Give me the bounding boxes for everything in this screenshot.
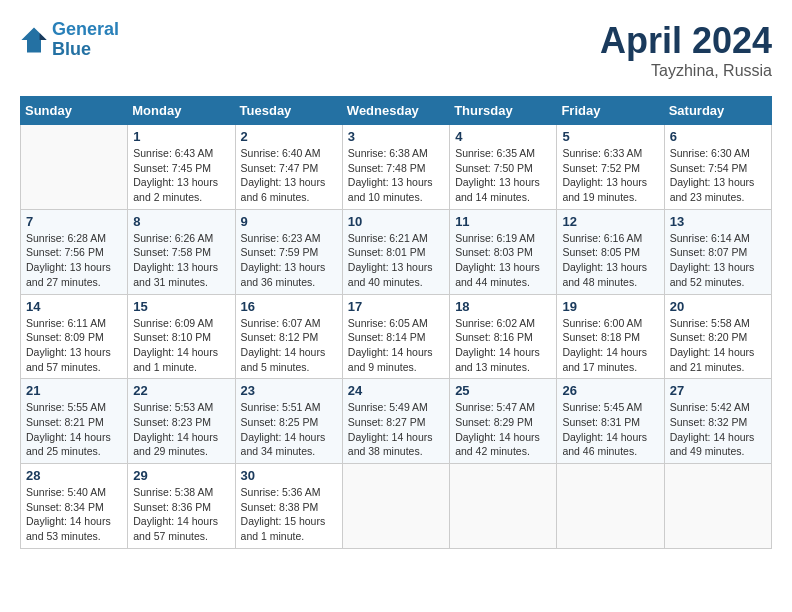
day-cell: 5Sunrise: 6:33 AM Sunset: 7:52 PM Daylig… — [557, 125, 664, 210]
day-info: Sunrise: 5:36 AM Sunset: 8:38 PM Dayligh… — [241, 485, 337, 544]
day-info: Sunrise: 6:16 AM Sunset: 8:05 PM Dayligh… — [562, 231, 658, 290]
day-number: 21 — [26, 383, 122, 398]
week-row-5: 28Sunrise: 5:40 AM Sunset: 8:34 PM Dayli… — [21, 464, 772, 549]
day-cell: 10Sunrise: 6:21 AM Sunset: 8:01 PM Dayli… — [342, 209, 449, 294]
day-number: 7 — [26, 214, 122, 229]
day-info: Sunrise: 6:21 AM Sunset: 8:01 PM Dayligh… — [348, 231, 444, 290]
day-cell: 16Sunrise: 6:07 AM Sunset: 8:12 PM Dayli… — [235, 294, 342, 379]
week-row-3: 14Sunrise: 6:11 AM Sunset: 8:09 PM Dayli… — [21, 294, 772, 379]
calendar-body: 1Sunrise: 6:43 AM Sunset: 7:45 PM Daylig… — [21, 125, 772, 549]
day-info: Sunrise: 6:07 AM Sunset: 8:12 PM Dayligh… — [241, 316, 337, 375]
page-header: General Blue April 2024 Tayzhina, Russia — [20, 20, 772, 80]
day-number: 25 — [455, 383, 551, 398]
logo-text: General Blue — [52, 20, 119, 60]
day-number: 18 — [455, 299, 551, 314]
day-number: 2 — [241, 129, 337, 144]
day-info: Sunrise: 6:26 AM Sunset: 7:58 PM Dayligh… — [133, 231, 229, 290]
day-info: Sunrise: 5:38 AM Sunset: 8:36 PM Dayligh… — [133, 485, 229, 544]
day-number: 17 — [348, 299, 444, 314]
day-info: Sunrise: 6:05 AM Sunset: 8:14 PM Dayligh… — [348, 316, 444, 375]
day-info: Sunrise: 5:58 AM Sunset: 8:20 PM Dayligh… — [670, 316, 766, 375]
day-number: 29 — [133, 468, 229, 483]
day-cell: 9Sunrise: 6:23 AM Sunset: 7:59 PM Daylig… — [235, 209, 342, 294]
day-cell: 20Sunrise: 5:58 AM Sunset: 8:20 PM Dayli… — [664, 294, 771, 379]
week-row-2: 7Sunrise: 6:28 AM Sunset: 7:56 PM Daylig… — [21, 209, 772, 294]
day-cell: 18Sunrise: 6:02 AM Sunset: 8:16 PM Dayli… — [450, 294, 557, 379]
day-cell: 2Sunrise: 6:40 AM Sunset: 7:47 PM Daylig… — [235, 125, 342, 210]
day-number: 10 — [348, 214, 444, 229]
header-cell-sunday: Sunday — [21, 97, 128, 125]
week-row-1: 1Sunrise: 6:43 AM Sunset: 7:45 PM Daylig… — [21, 125, 772, 210]
day-cell: 27Sunrise: 5:42 AM Sunset: 8:32 PM Dayli… — [664, 379, 771, 464]
logo: General Blue — [20, 20, 119, 60]
day-info: Sunrise: 6:19 AM Sunset: 8:03 PM Dayligh… — [455, 231, 551, 290]
day-number: 26 — [562, 383, 658, 398]
day-info: Sunrise: 6:33 AM Sunset: 7:52 PM Dayligh… — [562, 146, 658, 205]
header-cell-saturday: Saturday — [664, 97, 771, 125]
day-cell: 21Sunrise: 5:55 AM Sunset: 8:21 PM Dayli… — [21, 379, 128, 464]
day-info: Sunrise: 6:35 AM Sunset: 7:50 PM Dayligh… — [455, 146, 551, 205]
title-block: April 2024 Tayzhina, Russia — [600, 20, 772, 80]
day-info: Sunrise: 5:53 AM Sunset: 8:23 PM Dayligh… — [133, 400, 229, 459]
day-number: 14 — [26, 299, 122, 314]
header-row: SundayMondayTuesdayWednesdayThursdayFrid… — [21, 97, 772, 125]
day-cell: 11Sunrise: 6:19 AM Sunset: 8:03 PM Dayli… — [450, 209, 557, 294]
day-number: 28 — [26, 468, 122, 483]
day-number: 27 — [670, 383, 766, 398]
day-number: 6 — [670, 129, 766, 144]
header-cell-tuesday: Tuesday — [235, 97, 342, 125]
calendar-header: SundayMondayTuesdayWednesdayThursdayFrid… — [21, 97, 772, 125]
day-info: Sunrise: 6:40 AM Sunset: 7:47 PM Dayligh… — [241, 146, 337, 205]
day-cell: 8Sunrise: 6:26 AM Sunset: 7:58 PM Daylig… — [128, 209, 235, 294]
day-cell — [557, 464, 664, 549]
month-title: April 2024 — [600, 20, 772, 62]
day-number: 16 — [241, 299, 337, 314]
day-cell — [342, 464, 449, 549]
day-info: Sunrise: 5:51 AM Sunset: 8:25 PM Dayligh… — [241, 400, 337, 459]
day-info: Sunrise: 6:28 AM Sunset: 7:56 PM Dayligh… — [26, 231, 122, 290]
day-number: 30 — [241, 468, 337, 483]
day-number: 4 — [455, 129, 551, 144]
header-cell-thursday: Thursday — [450, 97, 557, 125]
day-number: 22 — [133, 383, 229, 398]
day-number: 19 — [562, 299, 658, 314]
day-cell: 15Sunrise: 6:09 AM Sunset: 8:10 PM Dayli… — [128, 294, 235, 379]
day-info: Sunrise: 6:00 AM Sunset: 8:18 PM Dayligh… — [562, 316, 658, 375]
location-title: Tayzhina, Russia — [600, 62, 772, 80]
day-cell — [450, 464, 557, 549]
day-info: Sunrise: 5:42 AM Sunset: 8:32 PM Dayligh… — [670, 400, 766, 459]
day-cell: 19Sunrise: 6:00 AM Sunset: 8:18 PM Dayli… — [557, 294, 664, 379]
day-cell: 17Sunrise: 6:05 AM Sunset: 8:14 PM Dayli… — [342, 294, 449, 379]
day-number: 3 — [348, 129, 444, 144]
day-cell: 22Sunrise: 5:53 AM Sunset: 8:23 PM Dayli… — [128, 379, 235, 464]
day-cell: 1Sunrise: 6:43 AM Sunset: 7:45 PM Daylig… — [128, 125, 235, 210]
header-cell-wednesday: Wednesday — [342, 97, 449, 125]
day-info: Sunrise: 5:47 AM Sunset: 8:29 PM Dayligh… — [455, 400, 551, 459]
day-number: 12 — [562, 214, 658, 229]
day-info: Sunrise: 5:40 AM Sunset: 8:34 PM Dayligh… — [26, 485, 122, 544]
day-number: 15 — [133, 299, 229, 314]
day-cell: 23Sunrise: 5:51 AM Sunset: 8:25 PM Dayli… — [235, 379, 342, 464]
day-number: 5 — [562, 129, 658, 144]
day-cell: 3Sunrise: 6:38 AM Sunset: 7:48 PM Daylig… — [342, 125, 449, 210]
calendar-table: SundayMondayTuesdayWednesdayThursdayFrid… — [20, 96, 772, 549]
day-info: Sunrise: 5:45 AM Sunset: 8:31 PM Dayligh… — [562, 400, 658, 459]
day-info: Sunrise: 6:14 AM Sunset: 8:07 PM Dayligh… — [670, 231, 766, 290]
day-cell — [664, 464, 771, 549]
day-cell: 28Sunrise: 5:40 AM Sunset: 8:34 PM Dayli… — [21, 464, 128, 549]
day-info: Sunrise: 5:49 AM Sunset: 8:27 PM Dayligh… — [348, 400, 444, 459]
day-cell: 24Sunrise: 5:49 AM Sunset: 8:27 PM Dayli… — [342, 379, 449, 464]
day-info: Sunrise: 6:30 AM Sunset: 7:54 PM Dayligh… — [670, 146, 766, 205]
header-cell-monday: Monday — [128, 97, 235, 125]
day-cell: 14Sunrise: 6:11 AM Sunset: 8:09 PM Dayli… — [21, 294, 128, 379]
day-number: 13 — [670, 214, 766, 229]
day-number: 20 — [670, 299, 766, 314]
day-cell: 13Sunrise: 6:14 AM Sunset: 8:07 PM Dayli… — [664, 209, 771, 294]
day-number: 1 — [133, 129, 229, 144]
day-cell: 12Sunrise: 6:16 AM Sunset: 8:05 PM Dayli… — [557, 209, 664, 294]
day-info: Sunrise: 5:55 AM Sunset: 8:21 PM Dayligh… — [26, 400, 122, 459]
week-row-4: 21Sunrise: 5:55 AM Sunset: 8:21 PM Dayli… — [21, 379, 772, 464]
day-number: 11 — [455, 214, 551, 229]
day-cell: 7Sunrise: 6:28 AM Sunset: 7:56 PM Daylig… — [21, 209, 128, 294]
day-number: 8 — [133, 214, 229, 229]
